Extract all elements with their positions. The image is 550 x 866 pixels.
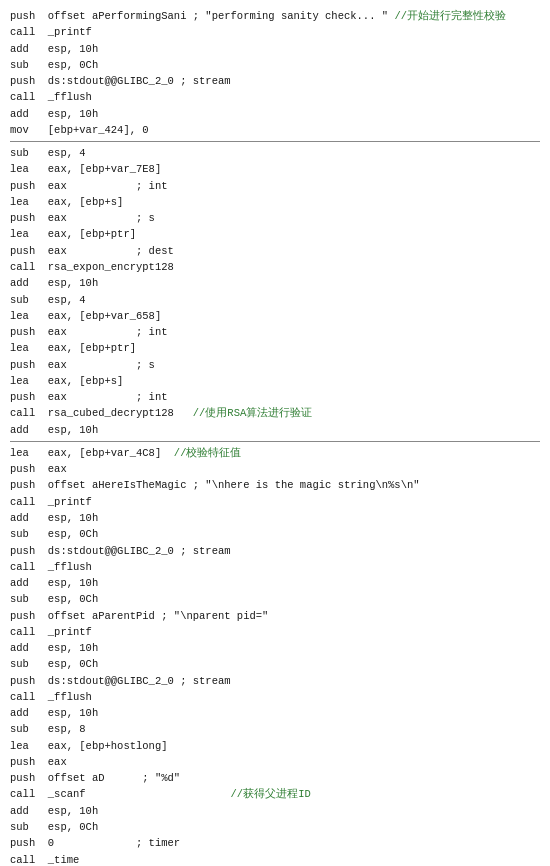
code-comment: //获得父进程ID [231, 788, 311, 800]
code-line: push eax ; int [10, 178, 540, 194]
code-line: call _time [10, 852, 540, 866]
code-line: sub esp, 4 [10, 145, 540, 161]
code-line: add esp, 10h [10, 41, 540, 57]
code-comment: //使用RSA算法进行验证 [193, 407, 313, 419]
code-line: call rsa_cubed_decrypt128 //使用RSA算法进行验证 [10, 405, 540, 421]
code-line: lea eax, [ebp+s] [10, 373, 540, 389]
code-line: lea eax, [ebp+hostlong] [10, 738, 540, 754]
code-line: call _fflush [10, 689, 540, 705]
code-line: push eax [10, 461, 540, 477]
code-line: sub esp, 0Ch [10, 819, 540, 835]
code-line: push eax ; s [10, 210, 540, 226]
code-line: add esp, 10h [10, 106, 540, 122]
code-line: lea eax, [ebp+var_4C8] //校验特征值 [10, 445, 540, 461]
code-line: push ds:stdout@@GLIBC_2_0 ; stream [10, 673, 540, 689]
section-separator [10, 441, 540, 442]
code-line: call _scanf //获得父进程ID [10, 786, 540, 802]
code-line: add esp, 10h [10, 275, 540, 291]
code-line: add esp, 10h [10, 803, 540, 819]
code-line: add esp, 10h [10, 510, 540, 526]
code-line: lea eax, [ebp+var_7E8] [10, 161, 540, 177]
code-line: push ds:stdout@@GLIBC_2_0 ; stream [10, 73, 540, 89]
code-line: call _printf [10, 624, 540, 640]
code-line: push eax ; dest [10, 243, 540, 259]
code-line: call _printf [10, 494, 540, 510]
code-line: add esp, 10h [10, 575, 540, 591]
code-line: sub esp, 0Ch [10, 591, 540, 607]
code-line: lea eax, [ebp+var_658] [10, 308, 540, 324]
code-line: lea eax, [ebp+ptr] [10, 226, 540, 242]
code-line: push eax ; int [10, 324, 540, 340]
code-line: push eax ; s [10, 357, 540, 373]
code-line: push offset aHereIsTheMagic ; "\nhere is… [10, 477, 540, 493]
code-line: push 0 ; timer [10, 835, 540, 851]
code-line: add esp, 10h [10, 640, 540, 656]
code-comment: //开始进行完整性校验 [394, 10, 506, 22]
section-separator [10, 141, 540, 142]
code-line: push eax ; int [10, 389, 540, 405]
code-comment: //校验特征值 [174, 447, 242, 459]
code-line: call rsa_expon_encrypt128 [10, 259, 540, 275]
code-line: push ds:stdout@@GLIBC_2_0 ; stream [10, 543, 540, 559]
code-line: push eax [10, 754, 540, 770]
code-line: call _printf [10, 24, 540, 40]
code-container: push offset aPerformingSani ; "performin… [10, 8, 540, 866]
code-line: push offset aPerformingSani ; "performin… [10, 8, 540, 24]
code-line: sub esp, 0Ch [10, 526, 540, 542]
code-line: mov [ebp+var_424], 0 [10, 122, 540, 138]
code-line: call _fflush [10, 89, 540, 105]
code-line: add esp, 10h [10, 705, 540, 721]
code-line: add esp, 10h [10, 422, 540, 438]
code-line: lea eax, [ebp+ptr] [10, 340, 540, 356]
code-line: sub esp, 0Ch [10, 57, 540, 73]
code-line: sub esp, 4 [10, 292, 540, 308]
code-line: lea eax, [ebp+s] [10, 194, 540, 210]
code-line: sub esp, 8 [10, 721, 540, 737]
code-line: push offset aParentPid ; "\nparent pid=" [10, 608, 540, 624]
code-line: call _fflush [10, 559, 540, 575]
code-line: push offset aD ; "%d" [10, 770, 540, 786]
code-line: sub esp, 0Ch [10, 656, 540, 672]
